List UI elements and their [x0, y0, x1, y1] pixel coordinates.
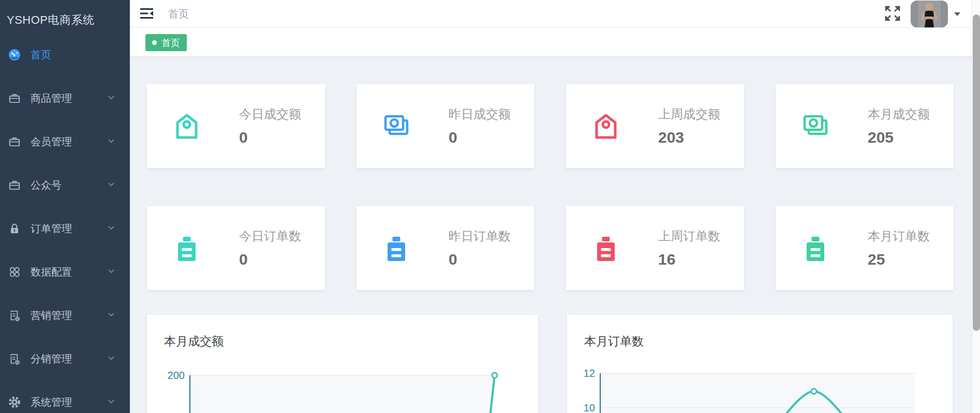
- tags-bar: 首页: [130, 28, 980, 56]
- stat-card-yesterday-orders: 昨日订单数 0: [357, 206, 534, 290]
- stat-label: 昨日订单数: [449, 228, 511, 244]
- charts-row: 本月成交额 200 本月订单数 1210: [147, 315, 955, 413]
- scrollbar-thumb[interactable]: [973, 14, 980, 331]
- sidebar-item-members[interactable]: 会员管理: [0, 120, 130, 163]
- stat-value: 203: [658, 129, 720, 146]
- sidebar-item-label: 订单管理: [31, 222, 72, 236]
- fullscreen-icon[interactable]: [884, 5, 901, 22]
- chart-title: 本月订单数: [584, 333, 936, 349]
- sidebar-item-orders[interactable]: 订单管理: [0, 207, 130, 250]
- stat-value: 0: [449, 251, 511, 268]
- stat-card-lastweek-sales: 上周成交额 203: [566, 84, 744, 168]
- tag-label: 首页: [161, 37, 180, 49]
- sidebar-item-label: 首页: [31, 48, 51, 62]
- clipboard-icon: [592, 234, 620, 262]
- sidebar-item-label: 商品管理: [31, 91, 72, 105]
- topbar: 首页: [130, 0, 980, 27]
- scrollbar-track: [972, 0, 980, 413]
- sidebar-item-home[interactable]: 首页: [0, 33, 130, 77]
- sidebar-nav: 首页 商品管理 会员管理: [0, 33, 130, 413]
- sidebar-item-marketing[interactable]: 营销管理: [0, 294, 130, 337]
- svg-text:200: 200: [168, 370, 185, 381]
- stats-row-orders: 今日订单数 0 昨日订单数 0 上周: [147, 206, 955, 290]
- main-content: 今日成交额 0 昨日成交额 0 上周成交额 203: [130, 56, 972, 413]
- sidebar-item-label: 会员管理: [31, 135, 72, 149]
- sidebar: YSHOP电商系统 首页 商品管理: [0, 0, 130, 413]
- chevron-down-icon: [108, 269, 114, 273]
- chevron-down-icon: [108, 313, 114, 317]
- sidebar-item-data-config[interactable]: 数据配置: [0, 250, 130, 294]
- chevron-down-icon: [108, 96, 114, 100]
- avatar[interactable]: [911, 1, 948, 27]
- chevron-down-icon: [108, 400, 114, 404]
- chart-card-month-orders: 本月订单数 1210: [567, 315, 953, 413]
- document-gear-icon: [8, 309, 21, 322]
- stat-label: 昨日成交额: [449, 106, 511, 123]
- stat-value: 25: [868, 251, 930, 268]
- month-orders-line-chart: 1210: [584, 361, 935, 413]
- stat-label: 今日成交额: [239, 106, 301, 123]
- stat-label: 上周成交额: [658, 106, 720, 123]
- stat-card-yesterday-sales: 昨日成交额 0: [357, 84, 534, 168]
- stat-value: 0: [239, 129, 301, 146]
- sidebar-item-label: 系统管理: [31, 395, 72, 409]
- month-sales-line-chart: 200: [164, 361, 521, 413]
- sidebar-item-label: 公众号: [31, 178, 62, 192]
- price-tag-icon: [592, 112, 620, 140]
- chart-card-month-sales: 本月成交额 200: [147, 315, 538, 413]
- tag-home[interactable]: 首页: [145, 34, 187, 51]
- clipboard-icon: [801, 234, 829, 262]
- sidebar-item-system[interactable]: 系统管理: [0, 380, 130, 413]
- stat-value: 16: [658, 251, 720, 268]
- briefcase-icon: [8, 91, 21, 105]
- caret-down-icon[interactable]: [954, 12, 960, 17]
- chevron-down-icon: [108, 182, 114, 187]
- sidebar-item-distribution[interactable]: 分销管理: [0, 337, 130, 380]
- svg-text:10: 10: [584, 402, 595, 413]
- breadcrumb[interactable]: 首页: [168, 7, 189, 21]
- document-gear-icon: [8, 352, 21, 365]
- stat-value: 0: [239, 251, 301, 268]
- stat-card-month-orders: 本月订单数 25: [776, 206, 954, 290]
- stat-card-today-sales: 今日成交额 0: [147, 84, 325, 168]
- stat-card-today-orders: 今日订单数 0: [147, 206, 325, 290]
- gear-icon: [8, 395, 21, 409]
- stat-label: 今日订单数: [239, 228, 301, 244]
- menu-fold-icon[interactable]: [140, 7, 155, 20]
- stat-value: 205: [868, 129, 930, 146]
- stat-value: 0: [449, 129, 511, 146]
- sidebar-item-label: 数据配置: [31, 265, 72, 279]
- stat-label: 本月成交额: [868, 106, 930, 123]
- sidebar-item-wechat[interactable]: 公众号: [0, 163, 130, 207]
- briefcase-icon: [8, 178, 21, 192]
- chevron-down-icon: [108, 139, 114, 143]
- stat-label: 本月订单数: [868, 228, 930, 244]
- stat-card-month-sales: 本月成交额 205: [776, 84, 954, 168]
- stat-card-lastweek-orders: 上周订单数 16: [566, 206, 744, 290]
- price-tag-icon: [173, 112, 201, 140]
- active-dot-icon: [152, 40, 157, 45]
- sidebar-item-products[interactable]: 商品管理: [0, 77, 130, 120]
- stat-label: 上周订单数: [658, 228, 720, 244]
- briefcase-icon: [8, 135, 21, 148]
- lock-icon: [8, 222, 21, 235]
- clipboard-icon: [382, 234, 410, 262]
- dashboard-icon: [8, 48, 21, 62]
- grid-circles-icon: [8, 265, 21, 279]
- chevron-down-icon: [108, 356, 114, 360]
- sidebar-item-label: 营销管理: [31, 309, 72, 323]
- chart-title: 本月成交额: [164, 333, 521, 349]
- chevron-down-icon: [108, 226, 114, 230]
- app-title: YSHOP电商系统: [0, 0, 130, 33]
- svg-text:12: 12: [584, 368, 595, 379]
- stats-row-sales: 今日成交额 0 昨日成交额 0 上周成交额 203: [147, 84, 955, 168]
- sidebar-item-label: 分销管理: [31, 352, 72, 366]
- clipboard-icon: [173, 234, 201, 262]
- banknotes-icon: [382, 112, 410, 140]
- banknotes-icon: [801, 112, 829, 140]
